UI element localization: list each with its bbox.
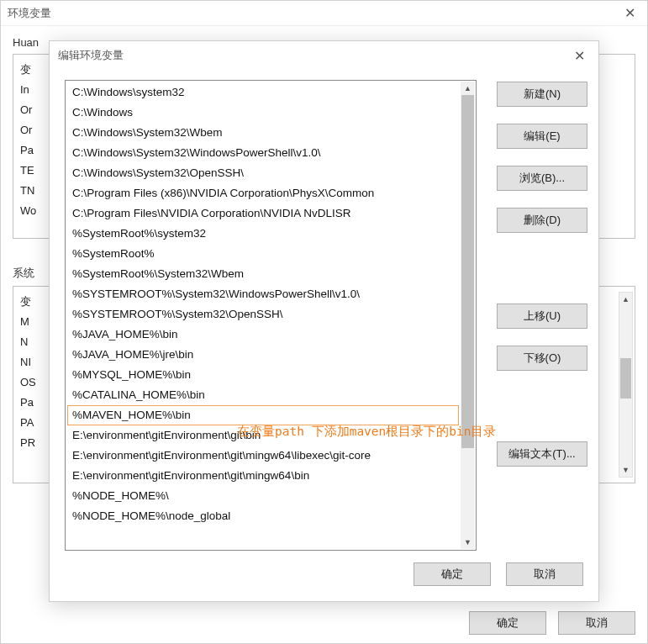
- path-list-item[interactable]: %MYSQL_HOME%\bin: [67, 365, 459, 385]
- edit-button[interactable]: 编辑(E): [497, 124, 587, 149]
- path-list-item[interactable]: %JAVA_HOME%\jre\bin: [67, 345, 459, 365]
- ok-button[interactable]: 确定: [414, 562, 491, 586]
- new-button[interactable]: 新建(N): [497, 82, 587, 107]
- path-list-item[interactable]: %SYSTEMROOT%\System32\WindowsPowerShell\…: [67, 284, 459, 304]
- path-list-item[interactable]: C:\Windows\System32\Wbem: [67, 123, 459, 143]
- path-list-item[interactable]: C:\Windows\System32\WindowsPowerShell\v1…: [67, 143, 459, 163]
- path-list-item[interactable]: %NODE_HOME%\: [67, 486, 459, 506]
- path-list-item[interactable]: %SystemRoot%\system32: [67, 224, 459, 244]
- scroll-down-icon[interactable]: ▼: [461, 536, 475, 549]
- outer-title: 环境变量: [8, 6, 51, 21]
- annotation-text: 在变量path 下添加maven根目录下的bin目录: [237, 424, 497, 440]
- move-up-button[interactable]: 上移(U): [497, 304, 587, 329]
- scrollbar[interactable]: ▲ ▼: [619, 292, 633, 478]
- inner-button-row: 确定 取消: [50, 551, 598, 586]
- ok-button[interactable]: 确定: [469, 611, 546, 635]
- scroll-up-icon[interactable]: ▲: [461, 82, 475, 95]
- scroll-thumb[interactable]: [620, 358, 631, 399]
- path-list-item[interactable]: E:\environment\gitEnvironment\git\mingw6…: [67, 446, 459, 466]
- scroll-thumb[interactable]: [461, 95, 474, 448]
- delete-button[interactable]: 删除(D): [497, 208, 587, 233]
- move-down-button[interactable]: 下移(O): [497, 346, 587, 371]
- cancel-button[interactable]: 取消: [506, 562, 583, 586]
- path-list-item[interactable]: %SystemRoot%\System32\Wbem: [67, 264, 459, 284]
- scroll-up-icon[interactable]: ▲: [619, 293, 632, 306]
- path-list-item[interactable]: %SYSTEMROOT%\System32\OpenSSH\: [67, 304, 459, 325]
- edit-text-button[interactable]: 编辑文本(T)...: [497, 441, 587, 467]
- path-list-item[interactable]: %SystemRoot%: [67, 244, 459, 264]
- path-list-item[interactable]: %CATALINA_HOME%\bin: [67, 385, 459, 405]
- browse-button[interactable]: 浏览(B)...: [497, 166, 587, 191]
- scrollbar[interactable]: ▲ ▼: [461, 82, 475, 549]
- path-list-item[interactable]: C:\Windows\system32: [67, 82, 459, 103]
- scroll-down-icon[interactable]: ▼: [619, 463, 632, 477]
- side-button-column: 新建(N) 编辑(E) 浏览(B)... 删除(D) 上移(U) 下移(O) 编…: [497, 80, 587, 551]
- path-list-item[interactable]: %MAVEN_HOME%\bin: [67, 405, 459, 425]
- edit-environment-variable-dialog: 编辑环境变量 ✕ C:\Windows\system32C:\WindowsC:…: [49, 40, 599, 602]
- close-icon[interactable]: ✕: [619, 5, 640, 21]
- inner-title: 编辑环境变量: [58, 48, 124, 63]
- inner-titlebar: 编辑环境变量 ✕: [50, 41, 598, 70]
- path-list-item[interactable]: C:\Windows\System32\OpenSSH\: [67, 163, 459, 183]
- path-listbox[interactable]: C:\Windows\system32C:\WindowsC:\Windows\…: [65, 80, 477, 551]
- close-icon[interactable]: ✕: [569, 48, 590, 64]
- path-list-item[interactable]: C:\Windows: [67, 103, 459, 123]
- path-list-item[interactable]: C:\Program Files (x86)\NVIDIA Corporatio…: [67, 183, 459, 203]
- path-list-item[interactable]: C:\Program Files\NVIDIA Corporation\NVID…: [67, 203, 459, 224]
- path-list-item[interactable]: E:\environment\gitEnvironment\git\mingw6…: [67, 466, 459, 486]
- path-list-item[interactable]: %JAVA_HOME%\bin: [67, 325, 459, 345]
- outer-button-row: 确定 取消: [1, 599, 647, 643]
- cancel-button[interactable]: 取消: [558, 611, 635, 635]
- outer-titlebar: 环境变量 ✕: [1, 1, 647, 26]
- path-list-item[interactable]: %NODE_HOME%\node_global: [67, 506, 459, 526]
